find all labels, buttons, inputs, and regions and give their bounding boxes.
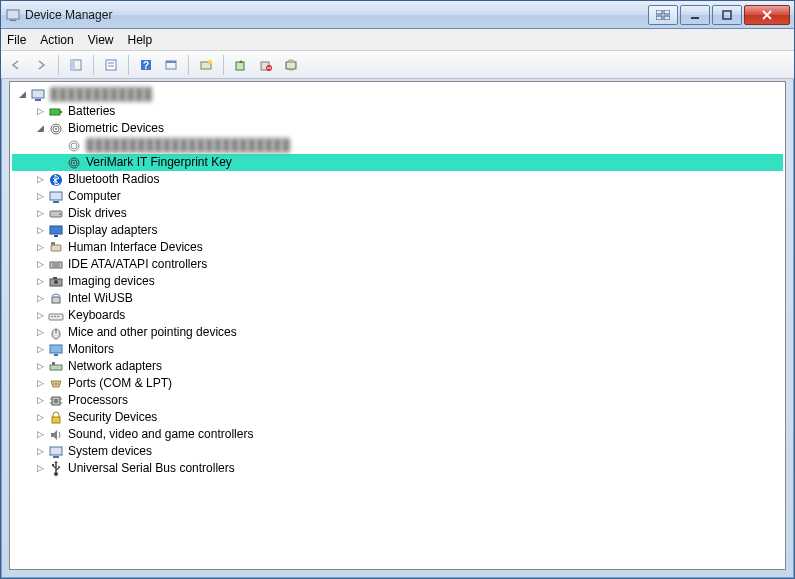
expand-icon[interactable]: ▷ (34, 344, 46, 356)
expand-icon[interactable]: ▷ (34, 446, 46, 458)
forward-button[interactable] (30, 54, 52, 76)
keyboard-icon (48, 308, 64, 324)
toolbar-separator (223, 55, 224, 75)
svg-rect-43 (51, 245, 61, 251)
tree-label: Mice and other pointing devices (68, 324, 237, 341)
collapse-icon[interactable]: ◢ (16, 89, 28, 101)
tree-item-usb[interactable]: ▷ Universal Serial Bus controllers (12, 460, 783, 477)
tree-item-sound[interactable]: ▷ Sound, video and game controllers (12, 426, 783, 443)
svg-rect-0 (7, 10, 19, 19)
disable-button[interactable] (280, 54, 302, 76)
tree-item-display[interactable]: ▷ Display adapters (12, 222, 783, 239)
menu-view[interactable]: View (88, 33, 114, 47)
expand-icon[interactable]: ▷ (34, 106, 46, 118)
expand-icon[interactable]: ▷ (34, 225, 46, 237)
tree-item-intelwiusb[interactable]: ▷ Intel WiUSB (12, 290, 783, 307)
monitor-icon (48, 342, 64, 358)
expand-icon[interactable]: ▷ (34, 191, 46, 203)
expand-icon[interactable]: ▷ (34, 293, 46, 305)
minimize-button[interactable] (680, 5, 710, 25)
menu-file[interactable]: File (7, 33, 26, 47)
toolbar-separator (128, 55, 129, 75)
menu-action[interactable]: Action (40, 33, 73, 47)
svg-rect-6 (691, 17, 699, 19)
tree-item-computer[interactable]: ▷ Computer (12, 188, 783, 205)
expand-icon[interactable]: ▷ (34, 378, 46, 390)
action-button[interactable] (160, 54, 182, 76)
tree-item-disk[interactable]: ▷ Disk drives (12, 205, 783, 222)
expand-icon[interactable]: ▷ (34, 276, 46, 288)
tree-item-biometric-child-blurred[interactable]: ████████████████████████ (12, 137, 783, 154)
biometric-icon (66, 138, 82, 154)
tree-label: Monitors (68, 341, 114, 358)
menu-help[interactable]: Help (128, 33, 153, 47)
back-button[interactable] (5, 54, 27, 76)
tree-item-mice[interactable]: ▷ Mice and other pointing devices (12, 324, 783, 341)
svg-rect-27 (60, 111, 62, 113)
scan-button[interactable] (195, 54, 217, 76)
tree-item-verimark[interactable]: VeriMark IT Fingerprint Key (12, 154, 783, 171)
expand-icon[interactable]: ▷ (34, 242, 46, 254)
computer-icon (48, 189, 64, 205)
spacer (52, 140, 64, 152)
tree-item-batteries[interactable]: ▷ Batteries (12, 103, 783, 120)
tree-label: Network adapters (68, 358, 162, 375)
tree-pane: ◢ ████████████ ▷ Batteries ◢ Biometric D… (9, 81, 786, 570)
tree-item-ports[interactable]: ▷ Ports (COM & LPT) (12, 375, 783, 392)
close-button[interactable] (744, 5, 790, 25)
tree-label: Display adapters (68, 222, 157, 239)
tree-item-imaging[interactable]: ▷ Imaging devices (12, 273, 783, 290)
tree-root[interactable]: ◢ ████████████ (12, 86, 783, 103)
tree-label: ████████████████████████ (86, 137, 290, 154)
menubar: File Action View Help (1, 29, 794, 51)
expand-icon[interactable]: ▷ (34, 412, 46, 424)
show-hide-tree-button[interactable] (65, 54, 87, 76)
tree-item-bluetooth[interactable]: ▷ Bluetooth Radios (12, 171, 783, 188)
device-tree[interactable]: ◢ ████████████ ▷ Batteries ◢ Biometric D… (10, 82, 785, 481)
window-grid-button[interactable] (648, 5, 678, 25)
expand-icon[interactable]: ▷ (34, 463, 46, 475)
update-driver-button[interactable] (230, 54, 252, 76)
svg-rect-19 (236, 62, 244, 70)
svg-point-62 (53, 383, 55, 385)
tree-item-ide[interactable]: ▷ IDE ATA/ATAPI controllers (12, 256, 783, 273)
tree-item-security[interactable]: ▷ Security Devices (12, 409, 783, 426)
svg-rect-53 (51, 316, 53, 317)
uninstall-button[interactable] (255, 54, 277, 76)
tree-label: Sound, video and game controllers (68, 426, 253, 443)
tree-item-monitors[interactable]: ▷ Monitors (12, 341, 783, 358)
svg-rect-42 (54, 235, 58, 237)
svg-rect-51 (52, 297, 60, 303)
expand-icon[interactable]: ▷ (34, 208, 46, 220)
maximize-button[interactable] (712, 5, 742, 25)
biometric-icon (48, 121, 64, 137)
tree-item-network[interactable]: ▷ Network adapters (12, 358, 783, 375)
tree-label: Human Interface Devices (68, 239, 203, 256)
tree-label: Disk drives (68, 205, 127, 222)
expand-icon[interactable]: ▷ (34, 429, 46, 441)
expand-icon[interactable]: ▷ (34, 395, 46, 407)
app-icon (5, 7, 21, 23)
svg-rect-73 (53, 456, 59, 458)
properties-button[interactable] (100, 54, 122, 76)
tree-item-keyboards[interactable]: ▷ Keyboards (12, 307, 783, 324)
tree-item-system[interactable]: ▷ System devices (12, 443, 783, 460)
bluetooth-icon (48, 172, 64, 188)
svg-rect-72 (50, 447, 62, 455)
security-icon (48, 410, 64, 426)
tree-item-processors[interactable]: ▷ Processors (12, 392, 783, 409)
tree-item-biometric[interactable]: ◢ Biometric Devices (12, 120, 783, 137)
expand-icon[interactable]: ▷ (34, 174, 46, 186)
collapse-icon[interactable]: ◢ (34, 123, 46, 135)
svg-rect-4 (656, 16, 662, 20)
expand-icon[interactable]: ▷ (34, 327, 46, 339)
svg-rect-50 (53, 277, 57, 279)
svg-rect-76 (52, 464, 54, 466)
tree-label: Biometric Devices (68, 120, 164, 137)
expand-icon[interactable]: ▷ (34, 259, 46, 271)
help-button[interactable]: ? (135, 54, 157, 76)
expand-icon[interactable]: ▷ (34, 361, 46, 373)
expand-icon[interactable]: ▷ (34, 310, 46, 322)
tree-item-hid[interactable]: ▷ Human Interface Devices (12, 239, 783, 256)
svg-point-30 (55, 128, 57, 130)
